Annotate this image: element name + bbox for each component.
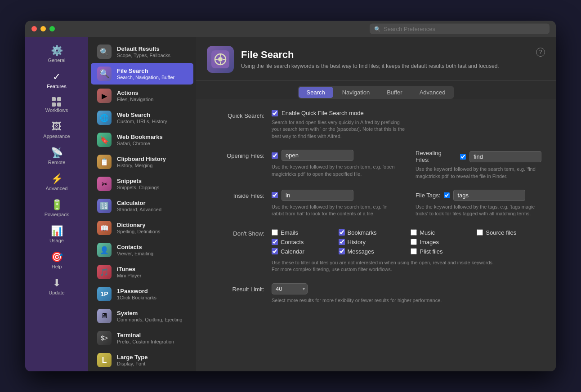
nav-item-dictionary[interactable]: 📖 Dictionary Spelling, Definitions [91, 217, 193, 239]
quick-search-help: Search for and open files very quickly i… [272, 119, 407, 140]
dont-show-messages-checkbox[interactable] [339, 248, 345, 254]
nav-subtitle-default-results: Scope, Types, Fallbacks [117, 53, 170, 58]
sidebar-item-features[interactable]: ✓ Features [25, 67, 88, 93]
default-results-icon: 🔍 [97, 45, 112, 59]
detail-header: File Search Using the file search keywor… [196, 37, 556, 80]
revealing-files-checkbox[interactable] [460, 154, 466, 160]
nav-title-calculator: Calculator [117, 200, 161, 206]
inside-files-input[interactable] [282, 190, 353, 201]
nav-item-snippets[interactable]: ✂ Snippets Snippets, Clippings [91, 173, 193, 195]
nav-item-terminal[interactable]: $> Terminal Prefix, Custom Integration [91, 327, 193, 349]
1password-icon: 1P [97, 287, 112, 301]
sidebar-item-remote[interactable]: 📡 Remote [25, 143, 88, 169]
result-limit-help: Select more results for more flexibility… [272, 297, 541, 304]
nav-subtitle-actions: Files, Navigation [117, 97, 153, 102]
dont-show-music-checkbox[interactable] [411, 229, 417, 236]
usage-icon: 📊 [51, 225, 63, 237]
remote-icon: 📡 [51, 147, 63, 159]
sidebar-item-appearance[interactable]: 🖼 Appearance [25, 117, 88, 143]
dont-show-emails-label: Emails [281, 229, 298, 236]
nav-item-web-bookmarks[interactable]: 🔖 Web Bookmarks Safari, Chrome [91, 129, 193, 151]
titlebar-search[interactable]: 🔍 [370, 24, 550, 34]
search-icon: 🔍 [374, 26, 381, 32]
help-icon: 🎯 [51, 251, 63, 263]
nav-subtitle-web-bookmarks: Safari, Chrome [117, 141, 163, 146]
detail-icon [207, 46, 234, 73]
dont-show-plist-files-checkbox[interactable] [411, 248, 417, 254]
nav-item-file-search[interactable]: 🔍 File Search Search, Navigation, Buffer [91, 63, 193, 85]
sidebar-item-workflows[interactable]: Workflows [25, 94, 88, 116]
nav-title-clipboard: Clipboard History [117, 156, 166, 162]
file-tags-input[interactable] [453, 190, 525, 201]
contacts-icon: 👤 [97, 243, 112, 257]
search-input[interactable] [384, 26, 545, 32]
sidebar-item-powerpack[interactable]: 🔋 Powerpack [25, 196, 88, 221]
nav-item-system[interactable]: 🖥 System Commands, Quitting, Ejecting [91, 305, 193, 327]
nav-item-clipboard[interactable]: 📋 Clipboard History History, Merging [91, 151, 193, 173]
nav-item-itunes[interactable]: 🎵 iTunes Mini Player [91, 261, 193, 283]
opening-files-checkbox[interactable] [272, 152, 278, 159]
close-button[interactable] [31, 26, 37, 31]
nav-item-default-results[interactable]: 🔍 Default Results Scope, Types, Fallback… [91, 41, 193, 62]
detail-panel: File Search Using the file search keywor… [196, 37, 556, 371]
sidebar-item-update[interactable]: ⬇ Update [25, 274, 88, 299]
tab-search[interactable]: Search [299, 87, 333, 98]
file-tags-checkbox[interactable] [444, 192, 450, 198]
dont-show-images-checkbox[interactable] [411, 239, 417, 245]
tab-navigation[interactable]: Navigation [334, 87, 378, 98]
dont-show-messages-label: Messages [348, 248, 374, 255]
tab-buffer[interactable]: Buffer [379, 87, 410, 98]
maximize-button[interactable] [49, 26, 55, 31]
nav-subtitle-itunes: Mini Player [117, 273, 141, 278]
sidebar-label-appearance: Appearance [43, 134, 70, 139]
nav-subtitle-system: Commands, Quitting, Ejecting [117, 317, 183, 322]
nav-item-contacts[interactable]: 👤 Contacts Viewer, Emailing [91, 239, 193, 261]
result-limit-select[interactable]: 10 20 30 40 50 100 200 [272, 283, 308, 294]
dont-show-bookmarks-checkbox[interactable] [339, 229, 345, 236]
sidebar-label-usage: Usage [49, 238, 64, 243]
sidebar-item-usage[interactable]: 📊 Usage [25, 222, 88, 247]
nav-title-terminal: Terminal [117, 332, 174, 339]
nav-item-web-search[interactable]: 🌐 Web Search Custom, URLs, History [91, 107, 193, 129]
inside-files-label: Inside Files: [210, 190, 264, 199]
dont-show-calendar-checkbox[interactable] [272, 248, 278, 254]
tab-advanced[interactable]: Advanced [411, 87, 454, 98]
update-icon: ⬇ [53, 277, 61, 289]
dont-show-emails-checkbox[interactable] [272, 229, 278, 236]
result-limit-row: Result Limit: 10 20 30 40 50 100 [210, 283, 541, 304]
traffic-lights [31, 26, 55, 31]
nav-title-web-bookmarks: Web Bookmarks [117, 134, 163, 140]
help-button[interactable]: ? [536, 48, 545, 57]
sidebar-item-general[interactable]: ⚙️ General [25, 41, 88, 67]
content-area: Quick Search: Enable Quick File Search m… [196, 99, 556, 371]
minimize-button[interactable] [40, 26, 46, 31]
file-tags-label: File Tags: [416, 192, 440, 199]
file-tags-help: Use the keyword followed by the tags, e.… [416, 204, 541, 218]
nav-subtitle-snippets: Snippets, Clippings [117, 185, 159, 190]
nav-item-large-type[interactable]: L Large Type Display, Font [91, 349, 193, 371]
nav-title-actions: Actions [117, 89, 153, 96]
nav-item-actions[interactable]: ▶ Actions Files, Navigation [91, 85, 193, 107]
opening-files-input[interactable] [282, 150, 353, 161]
dont-show-source-files-checkbox[interactable] [477, 229, 483, 236]
dictionary-icon: 📖 [97, 221, 112, 235]
nav-title-contacts: Contacts [117, 244, 153, 250]
inside-files-checkbox[interactable] [272, 192, 278, 198]
dont-show-history-checkbox[interactable] [339, 239, 345, 245]
detail-title: File Search [241, 49, 529, 61]
nav-item-1password[interactable]: 1P 1Password 1Click Bookmarks [91, 283, 193, 305]
dont-show-history: History [339, 239, 402, 245]
quick-search-checkbox[interactable] [272, 110, 278, 116]
revealing-files-input[interactable] [469, 151, 541, 162]
nav-title-dictionary: Dictionary [117, 222, 161, 228]
tabs-bar: Search Navigation Buffer Advanced [196, 80, 556, 99]
sidebar-item-advanced[interactable]: ⚡ Advanced [25, 169, 88, 195]
nav-subtitle-file-search: Search, Navigation, Buffer [117, 75, 174, 80]
clipboard-icon: 📋 [97, 155, 112, 169]
dont-show-contacts-label: Contacts [281, 239, 304, 245]
nav-item-calculator[interactable]: 🔢 Calculator Standard, Advanced [91, 195, 193, 217]
nav-title-large-type: Large Type [117, 354, 147, 361]
sidebar-item-help[interactable]: 🎯 Help [25, 248, 88, 273]
sidebar-label-help: Help [52, 264, 62, 269]
dont-show-contacts-checkbox[interactable] [272, 239, 278, 245]
